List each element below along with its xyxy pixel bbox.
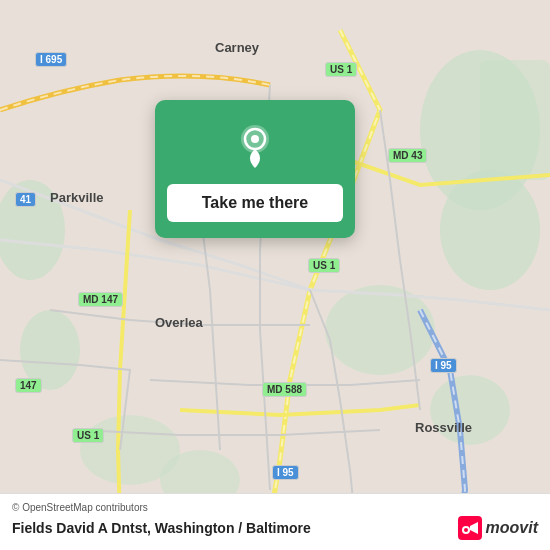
area-label-overlea: Overlea bbox=[155, 315, 203, 330]
highway-label-md147: MD 147 bbox=[78, 292, 123, 307]
map-container: Carney Parkville Overlea Rossville I 695… bbox=[0, 0, 550, 550]
svg-point-12 bbox=[251, 135, 259, 143]
svg-point-5 bbox=[325, 285, 435, 375]
highway-label-md588: MD 588 bbox=[262, 382, 307, 397]
business-name: Fields David A Dntst, Washington / Balti… bbox=[12, 520, 311, 536]
moovit-logo-icon bbox=[458, 516, 482, 540]
location-pin-icon bbox=[229, 118, 281, 170]
highway-label-us1-mid: US 1 bbox=[308, 258, 340, 273]
svg-point-2 bbox=[440, 170, 540, 290]
bottom-bar: © OpenStreetMap contributors Fields Davi… bbox=[0, 493, 550, 550]
svg-rect-7 bbox=[480, 60, 550, 180]
highway-label-41: 41 bbox=[15, 192, 36, 207]
attribution: © OpenStreetMap contributors bbox=[12, 502, 538, 513]
moovit-logo: moovit bbox=[458, 516, 538, 540]
area-label-parkville: Parkville bbox=[50, 190, 104, 205]
bottom-info-row: Fields David A Dntst, Washington / Balti… bbox=[12, 516, 538, 540]
highway-label-us1-bot: US 1 bbox=[72, 428, 104, 443]
area-label-carney: Carney bbox=[215, 40, 259, 55]
highway-label-us1-top: US 1 bbox=[325, 62, 357, 77]
highway-label-147b: 147 bbox=[15, 378, 42, 393]
highway-label-i95-right: I 95 bbox=[430, 358, 457, 373]
highway-label-i695: I 695 bbox=[35, 52, 67, 67]
moovit-text: moovit bbox=[486, 519, 538, 537]
area-label-rossville: Rossville bbox=[415, 420, 472, 435]
take-me-there-button[interactable]: Take me there bbox=[167, 184, 343, 222]
location-card: Take me there bbox=[155, 100, 355, 238]
highway-label-i95-bot: I 95 bbox=[272, 465, 299, 480]
highway-label-md43: MD 43 bbox=[388, 148, 427, 163]
svg-point-15 bbox=[464, 528, 468, 532]
